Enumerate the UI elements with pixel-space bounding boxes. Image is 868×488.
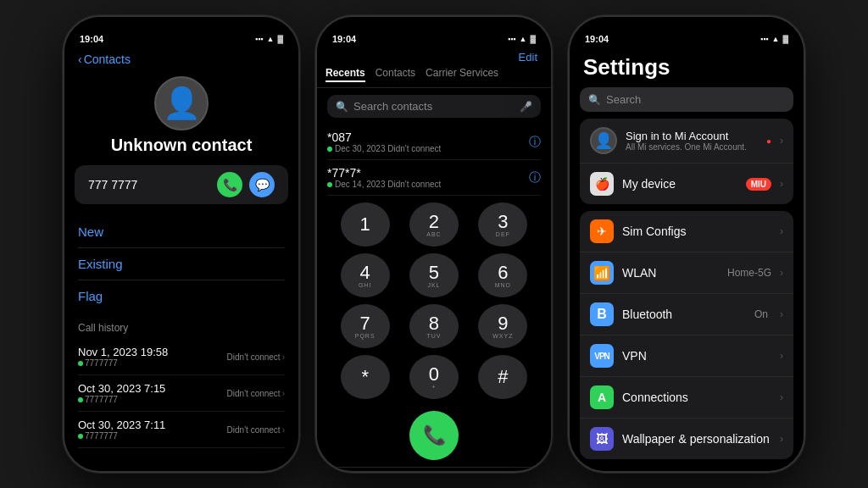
flag-action[interactable]: Flag	[78, 280, 285, 312]
hist-status-1: Didn't connect ›	[227, 352, 285, 362]
tab-contacts[interactable]: Contacts	[376, 65, 415, 82]
dial-key-9[interactable]: 9WXYZ	[478, 304, 527, 348]
recent-item-1[interactable]: *087 Dec 30, 2023 Didn't connect ⓘ	[327, 125, 541, 160]
dial-key-0[interactable]: 0+	[409, 355, 459, 399]
search-icon: 🔍	[588, 94, 601, 106]
settings-search[interactable]: 🔍 Search	[580, 87, 793, 112]
mi-account-item[interactable]: 👤 Sign in to Mi Account All Mi services.…	[580, 119, 793, 164]
phone-number: 777 7777	[88, 178, 137, 191]
edit-button[interactable]: Edit	[519, 51, 537, 64]
phone3-time: 19:04	[585, 34, 609, 44]
device-label: My device	[622, 177, 737, 191]
phone-number-row: 777 7777 📞 💬	[75, 165, 288, 204]
phone3-status-icons: ▪▪▪ ▲ ▓	[760, 35, 788, 43]
contact-avatar: 👤	[64, 76, 298, 130]
phone3-screen: 19:04 ▪▪▪ ▲ ▓ Settings 🔍 Search 👤	[570, 17, 804, 471]
hist-date-2: Oct 30, 2023 7:15	[78, 382, 165, 395]
hist-status-3: Didn't connect ›	[227, 425, 285, 435]
tab-carrier-services[interactable]: Carrier Services	[426, 65, 498, 82]
wallpaper-item[interactable]: 🖼 Wallpaper & personalization ›	[580, 419, 793, 459]
dial-key-8[interactable]: 8TUV	[409, 304, 459, 348]
hist-status-2: Didn't connect ›	[227, 389, 285, 398]
wifi-icon: ▲	[267, 35, 275, 43]
person-icon: 👤	[594, 131, 613, 150]
connections-label: Connections	[622, 391, 771, 404]
call-button[interactable]: 📞	[217, 172, 242, 197]
search-placeholder: Search	[606, 93, 641, 106]
hist-info-2: Oct 30, 2023 7:15 7777777	[78, 382, 165, 404]
phone2-tab-bar: Edit	[317, 47, 551, 65]
bluetooth-item[interactable]: B Bluetooth On ›	[580, 294, 793, 336]
phone1-content: ‹ Contacts 👤 Unknown contact 777 7777 📞	[64, 47, 298, 471]
dial-key-2[interactable]: 2ABC	[409, 202, 459, 247]
chevron-left-icon: ‹	[78, 53, 82, 66]
call-button[interactable]: 📞	[409, 411, 459, 460]
device-badge: MIU	[746, 178, 771, 191]
chevron-icon: ›	[780, 267, 783, 279]
dial-key-6[interactable]: 6MNO	[478, 253, 527, 297]
dial-key-4[interactable]: 4GHI	[341, 253, 390, 297]
recent-num-2: *77*7*	[327, 166, 441, 180]
phone3-notch	[644, 17, 729, 37]
vpn-item[interactable]: VPN VPN ›	[580, 336, 793, 377]
connections-item[interactable]: A Connections ›	[580, 377, 793, 419]
hist-date-3: Oct 30, 2023 7:11	[78, 419, 165, 431]
wallpaper-label: Wallpaper & personalization	[622, 432, 771, 446]
recents-list: *087 Dec 30, 2023 Didn't connect ⓘ *77*7…	[317, 125, 551, 196]
search-input[interactable]: Search contacts	[353, 100, 515, 113]
dial-key-3[interactable]: 3DEF	[478, 202, 527, 247]
message-icon: 💬	[255, 178, 270, 191]
history-item-3[interactable]: Oct 30, 2023 7:11 7777777 Didn't connect…	[78, 412, 285, 448]
new-action[interactable]: New	[78, 216, 285, 248]
contact-actions: New Existing Flag	[64, 216, 298, 312]
vpn-icon: VPN	[590, 344, 614, 368]
sim-icon: ✈	[590, 219, 614, 243]
network-section: ✈ Sim Configs › 📶 WLAN Home-5G › B Bluet…	[580, 211, 793, 459]
back-button[interactable]: ‹ Contacts	[78, 53, 131, 66]
info-button-2[interactable]: ⓘ	[529, 170, 541, 186]
phone2-screen: 19:04 ▪▪▪ ▲ ▓ Edit Recents Contacts Carr…	[317, 17, 551, 471]
person-icon: 👤	[163, 86, 201, 121]
phone2-time: 19:04	[332, 34, 356, 44]
wifi-icon: ▲	[772, 35, 780, 43]
phone-3: 19:04 ▪▪▪ ▲ ▓ Settings 🔍 Search 👤	[568, 15, 805, 473]
phone-2: 19:04 ▪▪▪ ▲ ▓ Edit Recents Contacts Carr…	[315, 15, 553, 473]
dial-key-1[interactable]: 1	[341, 202, 390, 247]
phone-actions: 📞 💬	[217, 172, 275, 197]
chevron-icon: ›	[780, 308, 783, 320]
dial-key-star[interactable]: *	[341, 355, 390, 399]
tab-recents[interactable]: Recents	[326, 65, 365, 82]
message-button[interactable]: 💬	[249, 172, 275, 197]
sim-configs-item[interactable]: ✈ Sim Configs ›	[580, 211, 793, 252]
wlan-label: WLAN	[622, 266, 719, 280]
phone2-notch	[392, 17, 476, 37]
chevron-icon: ›	[780, 391, 783, 403]
chevron-icon: ›	[780, 135, 783, 147]
back-label: Contacts	[84, 53, 131, 66]
history-item-1[interactable]: Nov 1, 2023 19:58 7777777 Didn't connect…	[78, 339, 285, 375]
tab-row: Recents Contacts Carrier Services	[317, 65, 551, 88]
existing-action[interactable]: Existing	[78, 248, 285, 280]
recent-item-2[interactable]: *77*7* Dec 14, 2023 Didn't connect ⓘ	[327, 160, 541, 196]
phone1-screen: 19:04 ▪▪▪ ▲ ▓ ‹ Contacts 👤	[64, 17, 298, 471]
hist-num-1: 7777777	[78, 358, 168, 368]
battery-icon: ▓	[782, 35, 788, 43]
dial-key-hash[interactable]: #	[478, 355, 527, 399]
bluetooth-label: Bluetooth	[622, 308, 746, 321]
history-item-2[interactable]: Oct 30, 2023 7:15 7777777 Didn't connect…	[78, 375, 285, 412]
settings-title: Settings	[570, 47, 804, 84]
hist-info-3: Oct 30, 2023 7:11 7777777	[78, 419, 165, 441]
my-device-item[interactable]: 🍎 My device MIU ›	[580, 164, 793, 204]
phones-container: 19:04 ▪▪▪ ▲ ▓ ‹ Contacts 👤	[46, 0, 822, 488]
hist-num-2: 7777777	[78, 395, 165, 404]
chevron-icon: ›	[780, 433, 783, 445]
info-button-1[interactable]: ⓘ	[529, 135, 541, 150]
dial-key-7[interactable]: 7PQRS	[341, 304, 390, 348]
phone2-status-icons: ▪▪▪ ▲ ▓	[508, 35, 536, 43]
search-bar[interactable]: 🔍 Search contacts 🎤	[327, 95, 541, 118]
avatar-circle: 👤	[154, 76, 209, 130]
dial-key-5[interactable]: 5JKL	[409, 253, 459, 297]
recent-info-2: *77*7* Dec 14, 2023 Didn't connect	[327, 166, 441, 189]
wlan-item[interactable]: 📶 WLAN Home-5G ›	[580, 252, 793, 294]
bottom-tab-bar: ★ Favorites 🕐 Recents 👤 Contacts ⊡ Voice…	[317, 467, 551, 471]
